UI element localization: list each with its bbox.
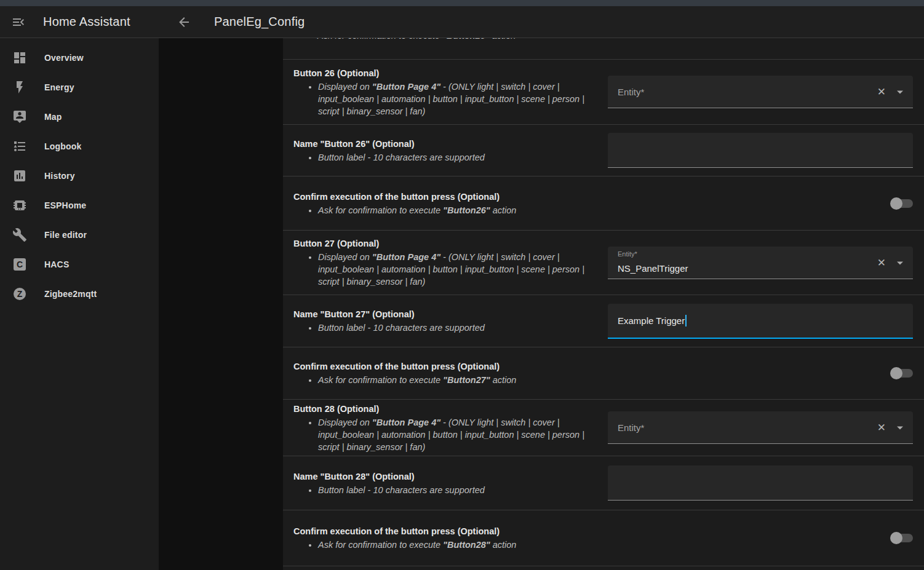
format-list-bulleted-icon (12, 139, 27, 154)
dropdown-caret-icon[interactable] (897, 91, 903, 94)
name-input[interactable] (608, 465, 913, 501)
row-title: Button 27 (Optional) (293, 237, 608, 250)
row-text: Confirm execution of the button press (O… (293, 525, 608, 551)
home-assistant-app: Home Assistant Overview Energy Map Logbo… (0, 0, 924, 570)
row-title: Button 28 (Optional) (293, 403, 608, 415)
row-title: Confirm execution of the button press (O… (293, 525, 608, 537)
panel-title: PanelEg_Config (214, 15, 305, 29)
clipped-row-description: Ask for confirmation to execute "Button2… (317, 38, 516, 41)
row-bullet-list: Button label - 10 characters are support… (293, 484, 608, 496)
row-control: ✕ (608, 133, 913, 168)
toggle-knob (890, 197, 902, 210)
sidebar-item-overview[interactable]: Overview (0, 43, 159, 73)
chip-icon (12, 198, 27, 213)
config-row: Name "Button 26" (Optional) Button label… (283, 125, 924, 176)
row-title: Confirm execution of the button press (O… (293, 191, 608, 203)
wrench-icon (12, 228, 27, 242)
config-rows: Button 26 (Optional) Displayed on "Butto… (283, 60, 924, 566)
sidebar-item-map[interactable]: Map (0, 102, 159, 132)
sidebar-nav: Overview Energy Map Logbook History ESPH… (0, 38, 159, 309)
config-row: Confirm execution of the button press (O… (283, 176, 924, 231)
entity-field-value: NS_PanelTrigger (618, 263, 688, 274)
row-text: Name "Button 28" (Optional) Button label… (293, 470, 608, 496)
config-card: Ask for confirmation to execute "Button2… (283, 38, 924, 570)
panel-header: PanelEg_Config (159, 6, 924, 38)
sidebar-item-file-editor[interactable]: File editor (0, 220, 159, 250)
dropdown-caret-icon[interactable] (897, 261, 903, 264)
tooltip-account-icon (12, 109, 27, 124)
entity-select[interactable]: Entity* ✕ (608, 411, 913, 444)
config-viewport: Ask for confirmation to execute "Button2… (159, 38, 924, 570)
row-description: Ask for confirmation to execute "Button2… (318, 374, 608, 386)
row-control: Example Trigger ✕ Example Trigger (608, 304, 913, 339)
row-title: Name "Button 26" (Optional) (293, 138, 608, 150)
row-control: Entity* ✕ (608, 411, 913, 444)
row-description: Button label - 10 characters are support… (318, 322, 608, 334)
row-text: Button 26 (Optional) Displayed on "Butto… (293, 67, 608, 117)
clipped-config-row: Ask for confirmation to execute "Button2… (283, 38, 924, 60)
clear-icon[interactable]: ✕ (877, 422, 886, 433)
row-text: Button 28 (Optional) Displayed on "Butto… (293, 403, 608, 453)
sidebar-item-esphome[interactable]: ESPHome (0, 191, 159, 220)
config-row: Name "Button 27" (Optional) Button label… (283, 295, 924, 347)
confirm-toggle[interactable] (890, 367, 913, 379)
sidebar-header: Home Assistant (0, 6, 159, 38)
view-dashboard-icon (12, 50, 27, 65)
confirm-toggle[interactable] (890, 197, 913, 210)
name-input[interactable]: Example Trigger (608, 304, 913, 339)
config-row: Name "Button 28" (Optional) Button label… (283, 456, 924, 510)
clear-icon[interactable]: ✕ (877, 87, 886, 97)
row-description: Ask for confirmation to execute "Button2… (318, 539, 608, 551)
entity-select[interactable]: Entity* ✕ (608, 76, 913, 108)
row-text: Confirm execution of the button press (O… (293, 360, 608, 386)
config-row: Button 28 (Optional) Displayed on "Butto… (283, 400, 924, 456)
clear-icon[interactable]: ✕ (877, 257, 886, 267)
entity-select[interactable]: Entity* NS_PanelTrigger ✕ (608, 247, 913, 279)
window-top-strip (0, 0, 924, 6)
toggle-knob (890, 532, 902, 544)
svg-text:Z: Z (17, 289, 23, 299)
name-input[interactable] (608, 133, 913, 168)
row-text: Button 27 (Optional) Displayed on "Butto… (293, 237, 608, 288)
row-description: Ask for confirmation to execute "Button2… (318, 204, 608, 216)
sidebar: Home Assistant Overview Energy Map Logbo… (0, 6, 159, 570)
back-arrow-icon[interactable] (174, 12, 194, 32)
row-title: Name "Button 27" (Optional) (293, 308, 608, 320)
row-control: ✕ (608, 197, 913, 210)
chart-box-icon (12, 168, 27, 183)
row-control: Entity* NS_PanelTrigger ✕ NS_PanelTrigge… (608, 247, 913, 279)
row-control: ✕ (608, 465, 913, 501)
entity-field-label: Entity* (618, 250, 637, 258)
sidebar-item-zigbee2mqtt[interactable]: Z Zigbee2mqtt (0, 279, 159, 309)
sidebar-item-logbook[interactable]: Logbook (0, 132, 159, 161)
row-bullet-list: Displayed on "Button Page 4" - (ONLY lig… (293, 416, 608, 453)
toggle-knob (890, 367, 902, 379)
sidebar-item-energy[interactable]: Energy (0, 73, 159, 102)
menu-open-icon[interactable] (9, 12, 28, 32)
row-control: ✕ (608, 367, 913, 379)
dropdown-caret-icon[interactable] (897, 427, 903, 430)
main-panel: PanelEg_Config Ask for confirmation to e… (159, 6, 924, 570)
row-description: Displayed on "Button Page 4" - (ONLY lig… (318, 251, 608, 288)
sidebar-item-hacs[interactable]: C HACS (0, 250, 159, 279)
app-body: Home Assistant Overview Energy Map Logbo… (0, 6, 924, 570)
config-row: Confirm execution of the button press (O… (283, 347, 924, 400)
row-bullet-list: Displayed on "Button Page 4" - (ONLY lig… (293, 251, 608, 288)
text-cursor (685, 315, 687, 327)
app-title: Home Assistant (43, 15, 130, 29)
row-description: Displayed on "Button Page 4" - (ONLY lig… (318, 416, 608, 453)
lightning-bolt-icon (12, 80, 27, 95)
confirm-toggle[interactable] (890, 532, 913, 544)
row-bullet-list: Ask for confirmation to execute "Button2… (293, 539, 608, 551)
zigbee-icon: Z (12, 287, 27, 301)
row-bullet-list: Ask for confirmation to execute "Button2… (293, 374, 608, 386)
row-title: Button 26 (Optional) (293, 67, 608, 79)
row-description: Button label - 10 characters are support… (318, 484, 608, 496)
row-bullet-list: Button label - 10 characters are support… (293, 151, 608, 164)
sidebar-item-history[interactable]: History (0, 161, 159, 191)
entity-field-label: Entity* (618, 422, 644, 433)
row-title: Confirm execution of the button press (O… (293, 360, 608, 373)
svg-text:C: C (17, 259, 23, 269)
config-row: Button 26 (Optional) Displayed on "Butto… (283, 60, 924, 125)
row-title: Name "Button 28" (Optional) (293, 470, 608, 483)
